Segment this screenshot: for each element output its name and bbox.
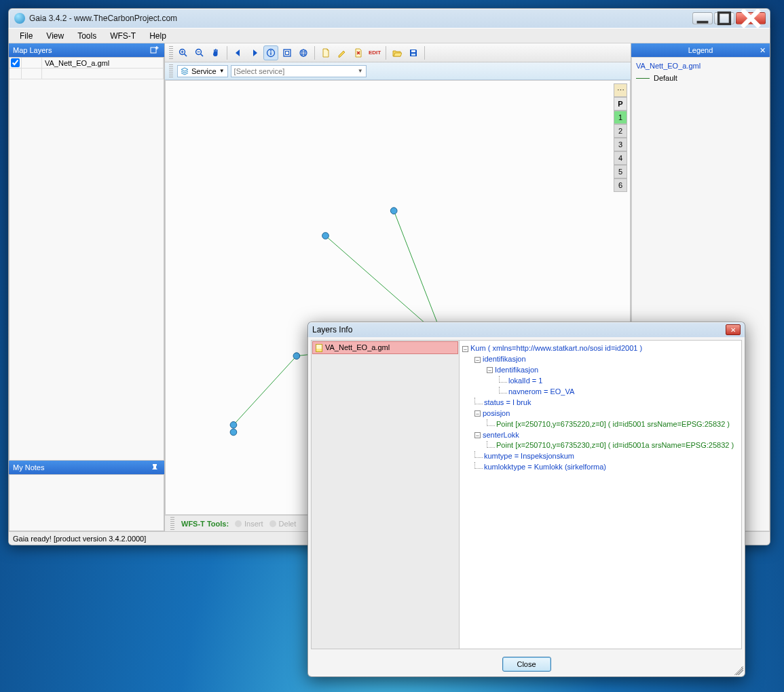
tree-toggle[interactable]: − — [474, 357, 481, 363]
notes-body[interactable] — [9, 474, 164, 531]
dialog-body: VA_Nett_EO_a.gml −Kum ( xmlns=http://www… — [311, 340, 742, 649]
tree-lokalid[interactable]: lokalId = 1 — [508, 377, 542, 385]
dialog-footer: Close — [308, 652, 745, 676]
menu-wfst[interactable]: WFS-T — [103, 30, 143, 42]
dialog-layer-list[interactable]: VA_Nett_EO_a.gml — [312, 341, 460, 649]
save-icon[interactable] — [406, 45, 421, 60]
wfs-grip[interactable] — [170, 517, 174, 531]
tree-senterlokk-point[interactable]: Point [x=250710,y=6735230,z=0] ( id=id50… — [496, 441, 734, 449]
select-service-input[interactable]: [Select service] ▼ — [231, 65, 367, 77]
notes-pin-icon[interactable] — [149, 463, 160, 472]
legend-item-label: Default — [654, 74, 677, 82]
notes-header: My Notes — [9, 461, 164, 474]
tree-toggle[interactable]: − — [487, 367, 493, 373]
svg-rect-7 — [270, 52, 271, 55]
tree-posisjon[interactable]: posisjon — [483, 409, 510, 417]
subtoolbar-grip[interactable] — [169, 64, 173, 78]
add-layer-icon[interactable] — [149, 45, 160, 55]
open-icon[interactable] — [390, 45, 405, 60]
layer-swatch — [22, 58, 42, 68]
pan-icon[interactable] — [208, 45, 223, 60]
legend-layer-name[interactable]: VA_Nett_EO_a.gml — [636, 62, 765, 70]
layer-visible-checkbox[interactable] — [11, 58, 20, 67]
chevron-down-icon: ▼ — [358, 68, 363, 74]
svg-point-19 — [390, 208, 397, 214]
dialog-selected-layer[interactable]: VA_Nett_EO_a.gml — [312, 341, 458, 354]
tree-toggle[interactable]: − — [474, 410, 481, 417]
full-extent-icon[interactable] — [280, 45, 295, 60]
layer-row[interactable]: VA_Nett_EO_a.gml — [10, 58, 164, 69]
svg-rect-13 — [411, 54, 415, 56]
info-icon[interactable] — [263, 45, 278, 60]
dialog-close-button[interactable]: ✕ — [726, 324, 741, 335]
maximize-button[interactable] — [714, 12, 734, 24]
layer-row-empty — [10, 69, 164, 79]
app-icon — [14, 13, 25, 24]
new-doc-icon[interactable] — [318, 45, 333, 60]
tree-ident-type[interactable]: Identifikasjon — [495, 366, 538, 374]
layer-list[interactable]: VA_Nett_EO_a.gml — [9, 57, 164, 461]
menu-view[interactable]: View — [39, 30, 71, 42]
tree-root[interactable]: Kum ( xmlns=http://www.statkart.no/sosi … — [470, 344, 642, 352]
chevron-down-icon: ▼ — [219, 68, 225, 74]
legend-title: Legend — [688, 46, 713, 54]
minimize-button[interactable] — [692, 12, 713, 24]
menu-tools[interactable]: Tools — [71, 30, 103, 42]
tree-kumlokktype[interactable]: kumlokktype = Kumlokk (sirkelforma) — [484, 463, 606, 471]
page-2[interactable]: 2 — [614, 124, 627, 138]
zoom-in-icon[interactable] — [176, 45, 191, 60]
page-5[interactable]: 5 — [614, 165, 627, 178]
map-layers-title: Map Layers — [13, 46, 52, 54]
dialog-tree[interactable]: −Kum ( xmlns=http://www.statkart.no/sosi… — [460, 341, 741, 649]
status-text: Gaia ready! [product version 3.4.2.0000] — [13, 535, 146, 543]
dialog-close-btn[interactable]: Close — [502, 657, 551, 672]
svg-rect-9 — [286, 51, 289, 54]
tree-posisjon-point[interactable]: Point [x=250710,y=6735220,z=0] ( id=id50… — [496, 420, 730, 428]
map-layers-header: Map Layers — [9, 43, 164, 57]
page-6[interactable]: 6 — [614, 178, 627, 192]
legend-item: Default — [636, 74, 765, 82]
notes-title: My Notes — [13, 463, 44, 472]
tree-navnerom[interactable]: navnerom = EO_VA — [508, 387, 574, 396]
layer-name[interactable]: VA_Nett_EO_a.gml — [42, 58, 164, 68]
svg-rect-8 — [284, 50, 291, 56]
svg-point-20 — [322, 233, 329, 239]
svg-point-28 — [269, 520, 276, 527]
page-1[interactable]: 1 — [614, 111, 627, 124]
tree-status[interactable]: status = I bruk — [484, 398, 531, 406]
tree-toggle[interactable]: − — [474, 432, 481, 438]
zoom-out-icon[interactable] — [192, 45, 207, 60]
page-more-icon[interactable]: ⋯ — [614, 83, 627, 97]
edit-text-icon[interactable]: EDIT — [367, 45, 382, 60]
globe-icon[interactable] — [296, 45, 311, 60]
close-button[interactable] — [736, 12, 766, 24]
page-4[interactable]: 4 — [614, 151, 627, 165]
menu-help[interactable]: Help — [143, 30, 173, 42]
service-dropdown[interactable]: Service ▼ — [177, 65, 228, 77]
forward-icon[interactable] — [247, 45, 262, 60]
service-toolbar: Service ▼ [Select service] ▼ — [165, 62, 631, 80]
tree-ident[interactable]: identifikasjon — [483, 355, 526, 363]
service-label: Service — [191, 67, 217, 75]
legend-close-icon[interactable]: ✕ — [760, 46, 766, 55]
tree-toggle[interactable]: − — [462, 346, 468, 352]
line-swatch-icon — [636, 78, 650, 79]
dialog-title: Layers Info — [312, 325, 352, 334]
window-title: Gaia 3.4.2 - www.TheCarbonProject.com — [29, 14, 691, 23]
edit-icon[interactable] — [335, 45, 350, 60]
svg-point-26 — [230, 429, 237, 436]
wfs-label: WFS-T Tools: — [181, 520, 229, 528]
back-icon[interactable] — [231, 45, 246, 60]
delete-icon[interactable] — [351, 45, 366, 60]
svg-rect-1 — [719, 13, 730, 24]
resize-grip[interactable] — [734, 666, 743, 675]
tree-kumtype[interactable]: kumtype = Inspeksjonskum — [484, 452, 574, 460]
dialog-titlebar[interactable]: Layers Info ✕ — [308, 322, 745, 337]
legend-header: Legend ✕ — [631, 43, 770, 57]
tree-senterlokk[interactable]: senterLokk — [483, 431, 519, 439]
toolbar-grip[interactable] — [169, 46, 173, 60]
titlebar[interactable]: Gaia 3.4.2 - www.TheCarbonProject.com — [9, 9, 770, 28]
layers-icon — [181, 67, 189, 75]
page-3[interactable]: 3 — [614, 138, 627, 151]
menu-file[interactable]: File — [13, 30, 39, 42]
